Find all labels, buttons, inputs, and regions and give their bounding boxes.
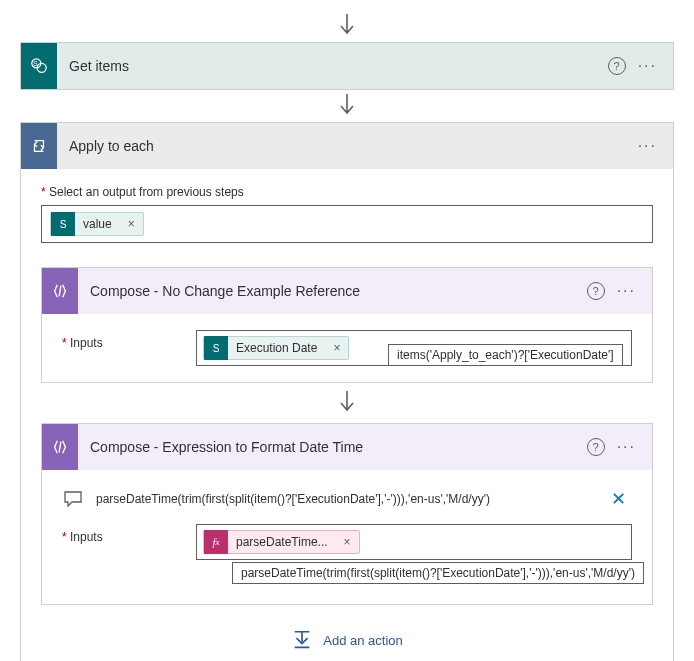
sharepoint-icon: S bbox=[204, 336, 228, 360]
step-title: Apply to each bbox=[57, 138, 638, 154]
loop-icon bbox=[21, 123, 57, 169]
select-output-label: * Select an output from previous steps bbox=[41, 185, 653, 199]
inputs-label: * Inputs bbox=[62, 524, 182, 544]
comment-icon bbox=[62, 489, 84, 509]
svg-text:S: S bbox=[33, 59, 38, 68]
help-icon[interactable]: ? bbox=[587, 282, 605, 300]
data-operations-icon bbox=[42, 424, 78, 470]
expression-tooltip: items('Apply_to_each')?['ExecutionDate'] bbox=[388, 344, 623, 366]
inputs-label: * Inputs bbox=[62, 330, 182, 350]
token-remove-icon[interactable]: × bbox=[120, 217, 143, 231]
connector-arrow bbox=[20, 90, 674, 122]
connector-arrow bbox=[41, 383, 653, 423]
step-compose-format-datetime: Compose - Expression to Format Date Time… bbox=[41, 423, 653, 605]
connector-arrow bbox=[20, 10, 674, 42]
add-action-button[interactable]: Add an action bbox=[41, 605, 653, 659]
expression-tooltip: parseDateTime(trim(first(split(item()?['… bbox=[232, 562, 644, 584]
clear-icon[interactable]: ✕ bbox=[605, 488, 632, 510]
more-menu-icon[interactable]: ··· bbox=[638, 138, 657, 154]
add-step-icon bbox=[291, 629, 313, 651]
step-apply-to-each: Apply to each ··· * Select an output fro… bbox=[20, 122, 674, 661]
expression-peek-row: parseDateTime(trim(first(split(item()?['… bbox=[62, 486, 632, 524]
sharepoint-icon: S bbox=[21, 43, 57, 89]
data-operations-icon bbox=[42, 268, 78, 314]
compose2-inputs-field[interactable]: fx parseDateTime... × bbox=[196, 524, 632, 560]
more-menu-icon[interactable]: ··· bbox=[638, 58, 657, 74]
dynamic-token-execution-date[interactable]: S Execution Date × bbox=[203, 336, 349, 360]
help-icon[interactable]: ? bbox=[608, 57, 626, 75]
select-output-field[interactable]: S value × bbox=[41, 205, 653, 243]
compose1-header[interactable]: Compose - No Change Example Reference ? … bbox=[42, 268, 652, 314]
token-remove-icon[interactable]: × bbox=[325, 341, 348, 355]
step-get-items[interactable]: S Get items ? ··· bbox=[20, 42, 674, 90]
fx-icon: fx bbox=[204, 530, 228, 554]
more-menu-icon[interactable]: ··· bbox=[617, 439, 636, 455]
step-title: Get items bbox=[57, 58, 608, 74]
expression-token-parsedatetime[interactable]: fx parseDateTime... × bbox=[203, 530, 360, 554]
add-action-label: Add an action bbox=[323, 633, 403, 648]
more-menu-icon[interactable]: ··· bbox=[617, 283, 636, 299]
compose2-header[interactable]: Compose - Expression to Format Date Time… bbox=[42, 424, 652, 470]
apply-to-each-header[interactable]: Apply to each ··· bbox=[21, 123, 673, 169]
sharepoint-icon: S bbox=[51, 212, 75, 236]
token-remove-icon[interactable]: × bbox=[336, 535, 359, 549]
step-title: Compose - Expression to Format Date Time bbox=[78, 439, 587, 455]
step-compose-no-change: Compose - No Change Example Reference ? … bbox=[41, 267, 653, 383]
dynamic-token-value[interactable]: S value × bbox=[50, 212, 144, 236]
step-title: Compose - No Change Example Reference bbox=[78, 283, 587, 299]
help-icon[interactable]: ? bbox=[587, 438, 605, 456]
